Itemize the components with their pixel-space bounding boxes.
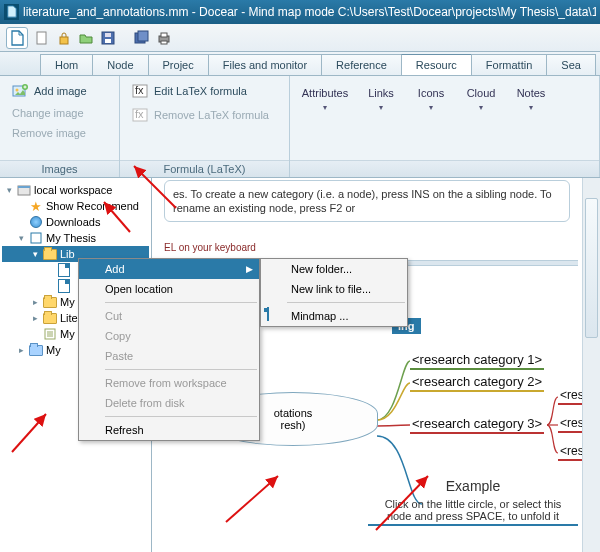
new-doc-icon[interactable] — [34, 30, 50, 46]
open-folder-icon[interactable] — [78, 30, 94, 46]
tab-resource[interactable]: Resourc — [401, 54, 472, 75]
cloud-button[interactable]: Cloud▾ — [458, 80, 504, 119]
ctx-add[interactable]: Add▶ — [79, 259, 259, 279]
links-button[interactable]: Links▾ — [358, 80, 404, 119]
svg-text:fx: fx — [135, 84, 144, 96]
window-titlebar: literature_and_annotations.mm - Docear -… — [0, 0, 600, 24]
tip-cutoff-text: EL on your keyboard — [164, 242, 256, 253]
globe-icon — [29, 215, 43, 229]
tab-reference[interactable]: Reference — [321, 54, 402, 75]
save-icon[interactable] — [100, 30, 116, 46]
tab-project[interactable]: Projec — [148, 54, 209, 75]
mindmap-example-node[interactable]: Example Click on the little circle, or s… — [368, 478, 578, 526]
attributes-button[interactable]: Attributes▾ — [296, 80, 354, 119]
document-icon — [267, 308, 283, 324]
ctx-remove-workspace[interactable]: Remove from workspace — [79, 373, 259, 393]
lock-icon[interactable] — [56, 30, 72, 46]
context-menu: Add▶ Open location Cut Copy Paste Remove… — [78, 258, 260, 441]
tree-downloads[interactable]: Downloads — [2, 214, 149, 230]
ctx-open-location[interactable]: Open location — [79, 279, 259, 299]
chevron-down-icon: ▾ — [379, 103, 383, 112]
ribbon-tabstrip: Hom Node Projec Files and monitor Refere… — [0, 52, 600, 76]
svg-rect-18 — [18, 186, 30, 188]
scrollbar-thumb[interactable] — [585, 198, 598, 338]
window-title: literature_and_annotations.mm - Docear -… — [23, 5, 596, 19]
ctx-delete-disk[interactable]: Delete from disk — [79, 393, 259, 413]
svg-text:fx: fx — [135, 108, 144, 120]
tree-recommend[interactable]: ★Show Recommend — [2, 198, 149, 214]
latex-remove-icon: fx — [132, 107, 148, 123]
add-image-button[interactable]: Add image — [6, 80, 93, 102]
ribbon-group-images: Add image Change image Remove image Imag… — [0, 76, 120, 177]
context-submenu-add: New folder... New link to file... Mindma… — [260, 258, 408, 327]
mindmap-node-cat3[interactable]: <research category 3> — [410, 416, 544, 434]
tree-thesis[interactable]: ▾My Thesis — [2, 230, 149, 246]
add-image-label: Add image — [34, 85, 87, 97]
folder-icon — [43, 295, 57, 309]
edit-latex-button[interactable]: fx Edit LaTeX formula — [126, 80, 275, 102]
ctx-separator — [105, 302, 257, 303]
quick-toolbar — [0, 24, 600, 52]
svg-rect-8 — [161, 33, 167, 37]
notes-button[interactable]: Notes▾ — [508, 80, 554, 119]
ribbon-group-formula: fx Edit LaTeX formula fx Remove LaTeX fo… — [120, 76, 290, 177]
svg-rect-19 — [31, 233, 41, 243]
ribbon-group-label-images: Images — [0, 160, 119, 177]
app-icon — [4, 4, 19, 20]
tab-home[interactable]: Hom — [40, 54, 93, 75]
ribbon-group-label-formula: Formula (LaTeX) — [120, 160, 289, 177]
tab-search[interactable]: Sea — [546, 54, 596, 75]
svg-rect-3 — [105, 39, 111, 43]
ctx-separator — [105, 369, 257, 370]
document-icon — [57, 263, 71, 277]
ctx-separator — [105, 416, 257, 417]
mindmap-node-cat2[interactable]: <research category 2> — [410, 374, 544, 392]
remove-latex-button[interactable]: fx Remove LaTeX formula — [126, 104, 275, 126]
ctx-new-folder[interactable]: New folder... — [261, 259, 407, 279]
ribbon: Add image Change image Remove image Imag… — [0, 76, 600, 178]
document-icon — [57, 279, 71, 293]
remove-image-button[interactable]: Remove image — [6, 124, 93, 142]
ctx-cut[interactable]: Cut — [79, 306, 259, 326]
chevron-down-icon: ▾ — [529, 103, 533, 112]
folder-icon — [43, 311, 57, 325]
ctx-new-mindmap[interactable]: Mindmap ... — [261, 306, 407, 326]
ribbon-group-misc: Attributes▾ Links▾ Icons▾ Cloud▾ Notes▾ — [290, 76, 600, 177]
svg-rect-6 — [138, 31, 148, 41]
print-icon[interactable] — [156, 30, 172, 46]
chevron-down-icon: ▾ — [429, 103, 433, 112]
svg-rect-4 — [105, 33, 111, 37]
star-icon: ★ — [29, 199, 43, 213]
icons-button[interactable]: Icons▾ — [408, 80, 454, 119]
submenu-arrow-icon: ▶ — [246, 264, 253, 274]
svg-rect-1 — [60, 37, 68, 44]
svg-point-11 — [16, 89, 19, 92]
change-image-button[interactable]: Change image — [6, 104, 93, 122]
ctx-refresh[interactable]: Refresh — [79, 420, 259, 440]
chevron-down-icon: ▾ — [323, 103, 327, 112]
ctx-paste[interactable]: Paste — [79, 346, 259, 366]
latex-edit-icon: fx — [132, 83, 148, 99]
tab-formatting[interactable]: Formattin — [471, 54, 547, 75]
project-icon — [29, 231, 43, 245]
tab-node[interactable]: Node — [92, 54, 148, 75]
tree-root[interactable]: ▾local workspace — [2, 182, 149, 198]
mindmap-node-cat1[interactable]: <research category 1> — [410, 352, 544, 370]
ctx-separator — [287, 302, 405, 303]
app-logo[interactable] — [6, 27, 28, 49]
svg-rect-9 — [161, 41, 167, 44]
vertical-scrollbar[interactable] — [582, 178, 600, 552]
chevron-down-icon: ▾ — [479, 103, 483, 112]
refs-icon — [43, 327, 57, 341]
image-add-icon — [12, 83, 28, 99]
ctx-copy[interactable]: Copy — [79, 326, 259, 346]
save-all-icon[interactable] — [134, 30, 150, 46]
svg-rect-0 — [37, 32, 46, 44]
tip-box: es. To create a new category (i.e. a nod… — [164, 180, 570, 222]
ribbon-group-label-misc — [290, 160, 599, 177]
folder-icon — [43, 247, 57, 261]
ctx-new-link-file[interactable]: New link to file... — [261, 279, 407, 299]
workspace-icon — [17, 183, 31, 197]
tab-files-monitor[interactable]: Files and monitor — [208, 54, 322, 75]
folder-blue-icon — [29, 343, 43, 357]
